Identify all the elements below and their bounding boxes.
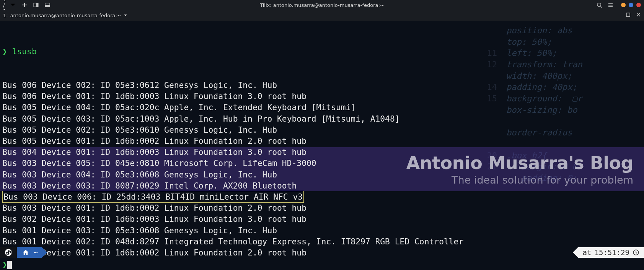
terminal-tabbar: 1: antonio.musarra@antonio-musarra-fedor… bbox=[0, 10, 644, 21]
window-close-button[interactable] bbox=[636, 3, 641, 7]
output-line: Bus 003 Device 003: ID 8087:0029 Intel C… bbox=[2, 180, 642, 191]
cursor bbox=[7, 261, 12, 269]
path-text: ~ bbox=[33, 248, 37, 257]
split-down-button[interactable] bbox=[45, 2, 50, 8]
split-right-button[interactable] bbox=[33, 2, 39, 8]
svg-rect-1 bbox=[36, 3, 38, 7]
output-line: Bus 001 Device 003: ID 05e3:0608 Genesys… bbox=[2, 225, 642, 236]
menu-button[interactable] bbox=[608, 2, 613, 8]
highlighted-line: Bus 003 Device 006: ID 25dd:3403 BIT4ID … bbox=[2, 191, 304, 203]
tab-index: 1: bbox=[3, 13, 8, 18]
prompt-symbol: ❯ bbox=[2, 260, 7, 269]
split-right-icon bbox=[33, 2, 39, 8]
pane-close-button[interactable] bbox=[636, 12, 641, 18]
output-line: Bus 003 Device 005: ID 045e:0810 Microso… bbox=[2, 158, 642, 169]
next-prompt-line: ❯ bbox=[2, 260, 12, 269]
output-line: Bus 004 Device 001: ID 1d6b:0003 Linux F… bbox=[2, 146, 642, 158]
command-text: lsusb bbox=[12, 47, 37, 56]
home-icon bbox=[22, 249, 29, 256]
svg-point-4 bbox=[597, 3, 601, 6]
close-icon bbox=[636, 12, 641, 17]
terminal-tab-1[interactable]: 1: antonio.musarra@antonio-musarra-fedor… bbox=[3, 13, 127, 18]
time-prefix: at bbox=[583, 248, 592, 257]
search-button[interactable] bbox=[597, 2, 602, 8]
window-minimize-button[interactable] bbox=[621, 3, 626, 7]
terminal-viewport[interactable]: ❯ lsusb Bus 006 Device 002: ID 05e3:0612… bbox=[0, 21, 644, 258]
chevron-down-icon[interactable] bbox=[10, 2, 16, 8]
output-line: Bus 005 Device 004: ID 05ac:020c Apple, … bbox=[2, 102, 642, 113]
time-text: 15:51:29 bbox=[594, 248, 629, 257]
output-line: Bus 003 Device 001: ID 1d6b:0002 Linux F… bbox=[2, 202, 642, 213]
prompt-symbol: ❯ bbox=[2, 47, 7, 56]
search-icon bbox=[597, 2, 602, 8]
chevron-down-icon[interactable] bbox=[124, 13, 127, 17]
output-line: Bus 003 Device 006: ID 25dd:3403 BIT4ID … bbox=[2, 191, 642, 202]
output-line: Bus 005 Device 003: ID 05ac:1003 Apple, … bbox=[2, 113, 642, 124]
tab-label: antonio.musarra@antonio-musarra-fedora:~ bbox=[10, 13, 121, 18]
window-maximize-button[interactable] bbox=[629, 3, 633, 7]
output-line: Bus 005 Device 001: ID 1d6b:0002 Linux F… bbox=[2, 135, 642, 146]
time-segment: at 15:51:29 bbox=[578, 247, 644, 258]
command-line: ❯ lsusb bbox=[2, 46, 642, 57]
output-line: Bus 006 Device 001: ID 1d6b:0003 Linux F… bbox=[2, 91, 642, 102]
pane-maximize-button[interactable] bbox=[626, 12, 631, 18]
window-titlebar: 1 / 1 Tilix: antonio.musarra@antonio-mus… bbox=[0, 0, 644, 10]
square-icon bbox=[626, 12, 631, 17]
path-segment: ~ bbox=[17, 247, 42, 258]
output-line: Bus 002 Device 001: ID 1d6b:0003 Linux F… bbox=[2, 213, 642, 224]
hamburger-icon bbox=[608, 2, 613, 8]
output-line: Bus 005 Device 002: ID 05e3:0610 Genesys… bbox=[2, 124, 642, 135]
svg-rect-5 bbox=[626, 13, 630, 16]
add-pane-button[interactable] bbox=[22, 2, 27, 8]
output-line: Bus 003 Device 004: ID 05e3:0608 Genesys… bbox=[2, 169, 642, 180]
clock-icon bbox=[633, 249, 639, 256]
window-title: Tilix: antonio.musarra@antonio-musarra-f… bbox=[0, 2, 644, 8]
split-down-icon bbox=[45, 2, 50, 8]
output-line: Bus 006 Device 002: ID 05e3:0612 Genesys… bbox=[2, 80, 642, 91]
shell-statusbar: ~ at 15:51:29 bbox=[0, 247, 644, 258]
plus-icon bbox=[22, 2, 27, 8]
output-line: Bus 001 Device 002: ID 048d:8297 Integra… bbox=[2, 236, 642, 247]
svg-rect-3 bbox=[45, 5, 50, 7]
fedora-icon bbox=[5, 249, 12, 256]
